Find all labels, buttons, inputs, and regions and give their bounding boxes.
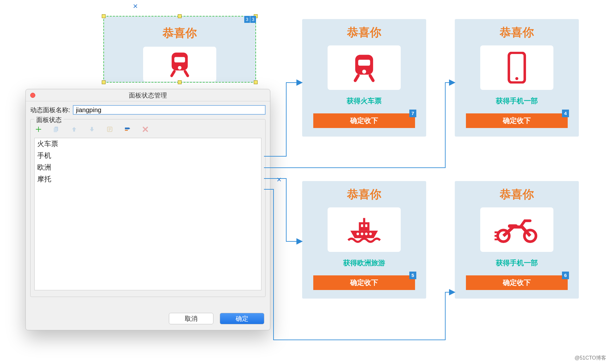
confirm-label: 确定收下: [503, 116, 531, 125]
confirm-button[interactable]: 确定收下 4: [466, 113, 568, 128]
confirm-label: 确定收下: [350, 278, 378, 287]
resize-handle-tc[interactable]: [178, 14, 182, 18]
confirm-label: 确定收下: [503, 278, 531, 287]
prize-card-train: 恭喜你 获得火车票 确定收下 7: [302, 19, 426, 137]
panel-states-fieldset: 面板状态 火车票 手机 欧洲 摩托: [30, 119, 266, 297]
close-icon[interactable]: ×: [133, 1, 138, 11]
card-subtitle: 获得火车票: [347, 96, 382, 106]
add-state-icon[interactable]: [35, 126, 42, 134]
selected-panel-iconbox: [143, 47, 216, 82]
card-iconbox: [480, 45, 553, 90]
prize-card-bike: 恭喜你 获得手机一部 确定收下 6: [455, 181, 579, 299]
card-iconbox: [328, 45, 401, 90]
svg-point-8: [362, 70, 366, 74]
cancel-button[interactable]: 取消: [169, 313, 213, 324]
confirm-button[interactable]: 确定收下 5: [313, 275, 415, 290]
motorcycle-icon: [495, 214, 539, 246]
selection-badge-b: 3: [250, 16, 256, 23]
svg-point-17: [365, 233, 368, 235]
panel-state-dialog: 面板状态管理 动态面板名称: 面板状态 火车票 手机 欧洲 摩托 取消 确定: [25, 89, 270, 330]
card-badge: 5: [409, 272, 416, 279]
resize-handle-br[interactable]: [254, 80, 258, 84]
card-title: 恭喜你: [500, 187, 534, 202]
svg-point-10: [515, 77, 518, 80]
resize-handle-bl[interactable]: [102, 80, 106, 84]
confirm-button[interactable]: 确定收下 7: [313, 113, 415, 128]
card-title: 恭喜你: [347, 187, 381, 202]
svg-point-2: [178, 66, 181, 70]
dialog-close-button[interactable]: [30, 93, 35, 98]
card-subtitle: 获得手机一部: [496, 96, 538, 106]
selection-badge: 3 3: [244, 16, 256, 23]
phone-icon: [504, 52, 530, 84]
svg-point-16: [361, 233, 363, 235]
state-item-moto[interactable]: 摩托: [35, 173, 261, 185]
dialog-titlebar[interactable]: 面板状态管理: [26, 89, 270, 101]
resize-handle-tl[interactable]: [102, 14, 106, 18]
card-title: 恭喜你: [347, 25, 381, 40]
svg-rect-13: [365, 224, 367, 227]
ok-button[interactable]: 确定: [220, 313, 264, 324]
svg-rect-1: [174, 57, 185, 63]
prize-card-ship: 恭喜你 获得欧洲旅游 确定收下 5: [302, 181, 426, 299]
selected-panel[interactable]: 3 3 恭喜你: [103, 16, 256, 83]
dialog-title: 面板状态管理: [129, 92, 167, 99]
card-badge: 7: [409, 110, 416, 117]
close-icon[interactable]: ×: [277, 175, 281, 185]
selected-panel-title: 恭喜你: [104, 17, 255, 41]
panel-states-legend: 面板状态: [34, 116, 64, 124]
train-icon: [348, 52, 380, 84]
resize-handle-bc[interactable]: [178, 80, 182, 84]
card-subtitle: 获得手机一部: [496, 258, 538, 268]
train-icon: [165, 50, 194, 78]
panel-name-input[interactable]: [73, 105, 266, 115]
watermark: @51CTO博客: [574, 355, 606, 361]
card-iconbox: [480, 207, 553, 252]
ship-icon: [345, 214, 383, 246]
state-item-phone[interactable]: 手机: [35, 150, 261, 162]
panel-name-label: 动态面板名称:: [30, 106, 70, 114]
card-badge: 6: [562, 272, 569, 279]
confirm-label: 确定收下: [350, 116, 378, 125]
prize-card-phone: 恭喜你 获得手机一部 确定收下 4: [455, 19, 579, 137]
duplicate-state-icon[interactable]: [53, 126, 60, 134]
move-up-icon[interactable]: [71, 126, 78, 134]
svg-rect-4: [54, 128, 57, 132]
delete-state-icon[interactable]: [142, 126, 149, 134]
svg-point-15: [357, 233, 359, 235]
move-down-icon[interactable]: [88, 126, 95, 134]
card-badge: 4: [562, 110, 569, 117]
selection-badge-a: 3: [244, 16, 250, 23]
card-iconbox: [328, 207, 401, 252]
svg-rect-11: [359, 222, 369, 231]
state-list[interactable]: 火车票 手机 欧洲 摩托: [34, 138, 261, 290]
svg-rect-12: [361, 224, 363, 227]
svg-rect-14: [363, 218, 365, 223]
edit-state-icon[interactable]: [124, 126, 131, 134]
edit-states-icon[interactable]: [106, 126, 113, 134]
state-item-europe[interactable]: 欧洲: [35, 162, 261, 173]
state-item-train[interactable]: 火车票: [35, 138, 261, 150]
svg-point-18: [369, 233, 372, 235]
card-title: 恭喜你: [500, 25, 534, 40]
svg-rect-7: [358, 60, 370, 66]
confirm-button[interactable]: 确定收下 6: [466, 275, 568, 290]
states-toolbar: [34, 124, 261, 138]
card-subtitle: 获得欧洲旅游: [343, 258, 385, 268]
